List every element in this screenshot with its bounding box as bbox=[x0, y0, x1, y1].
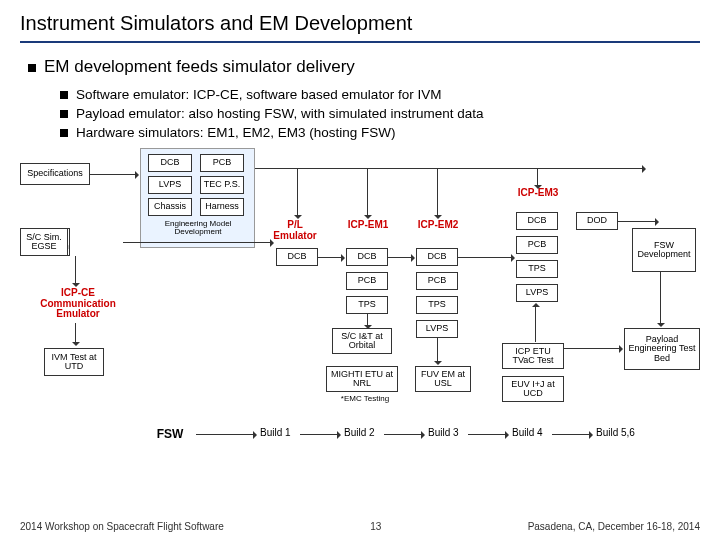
b56: Build 5,6 bbox=[596, 428, 635, 439]
bullet-2: Payload emulator: also hosting FSW, with… bbox=[60, 106, 700, 121]
arrow-spec-emd bbox=[90, 174, 138, 175]
emc-note: *EMC Testing bbox=[330, 395, 400, 403]
em3-pcb: PCB bbox=[516, 236, 558, 254]
payload-box: Payload Engineering Test Bed bbox=[624, 328, 700, 370]
footer-left: 2014 Workshop on Spacecraft Flight Softw… bbox=[20, 521, 224, 532]
slide-footer: 2014 Workshop on Spacecraft Flight Softw… bbox=[0, 521, 720, 532]
arrow-tvac-payload bbox=[564, 348, 622, 349]
arrow-em2-fuv bbox=[437, 338, 438, 364]
em2-tps: TPS bbox=[416, 296, 458, 314]
em2-lvps: LVPS bbox=[416, 320, 458, 338]
arrow-drop-pl bbox=[297, 168, 298, 218]
em3-dcb: DCB bbox=[516, 212, 558, 230]
arrow-em3-fsw bbox=[618, 221, 658, 222]
arrow-drop-em1 bbox=[367, 168, 368, 218]
fuv-box: FUV EM at USL bbox=[415, 366, 471, 392]
arrow-fsw-payload bbox=[660, 272, 661, 326]
emd-harness: Harness bbox=[200, 198, 244, 216]
arrow-b2 bbox=[300, 434, 340, 435]
arrow-b1 bbox=[196, 434, 256, 435]
b3: Build 3 bbox=[428, 428, 459, 439]
arrow-drop-em2 bbox=[437, 168, 438, 218]
footer-right: Pasadena, CA, December 16-18, 2014 bbox=[528, 521, 700, 532]
pl-dcb: DCB bbox=[276, 248, 318, 266]
emd-dcb: DCB bbox=[148, 154, 192, 172]
arrow-pl-em1 bbox=[318, 257, 344, 258]
euv-box: EUV I+J at UCD bbox=[502, 376, 564, 402]
emd-title: Engineering Model Development bbox=[148, 220, 248, 237]
slide-title: Instrument Simulators and EM Development bbox=[20, 12, 700, 43]
ivm-utd-box: IVM Test at UTD bbox=[44, 348, 104, 376]
em3-dod: DOD bbox=[576, 212, 618, 230]
em1-pcb: PCB bbox=[346, 272, 388, 290]
fsw-row-label: FSW bbox=[150, 428, 190, 441]
em3-tps: TPS bbox=[516, 260, 558, 278]
b2: Build 2 bbox=[344, 428, 375, 439]
emd-tec: TEC P.S. bbox=[200, 176, 244, 194]
tvac-box: ICP ETU TVaC Test bbox=[502, 343, 564, 369]
em1-tps: TPS bbox=[346, 296, 388, 314]
heading-text: EM development feeds simulator delivery bbox=[44, 57, 355, 76]
bullet-3: Hardware simulators: EM1, EM2, EM3 (host… bbox=[60, 125, 700, 140]
arrow-b56 bbox=[552, 434, 592, 435]
arrow-tvac-up bbox=[535, 304, 536, 342]
em2-dcb: DCB bbox=[416, 248, 458, 266]
footer-center: 13 bbox=[370, 521, 381, 532]
arrow-em1-sc bbox=[367, 314, 368, 328]
emd-lvps: LVPS bbox=[148, 176, 192, 194]
emd-pcb: PCB bbox=[200, 154, 244, 172]
flow-diagram: Specifications ITOS Workstation S/C Sim.… bbox=[20, 148, 700, 478]
main-heading: EM development feeds simulator delivery bbox=[28, 57, 700, 77]
arrow-em2-em3 bbox=[458, 257, 514, 258]
mighti-box: MIGHTI ETU at NRL bbox=[326, 366, 398, 392]
bullet-1: Software emulator: ICP-CE, software base… bbox=[60, 87, 700, 102]
b4: Build 4 bbox=[512, 428, 543, 439]
arrow-drop-em3 bbox=[537, 168, 538, 188]
arrow-em1-em2 bbox=[388, 257, 414, 258]
scsim-box: S/C Sim. EGSE bbox=[20, 228, 68, 256]
fsw-dev-box: FSW Development bbox=[632, 228, 696, 272]
sc-orbital-box: S/C I&T at Orbital bbox=[332, 328, 392, 354]
arrow-b3 bbox=[384, 434, 424, 435]
arrow-b4 bbox=[468, 434, 508, 435]
emd-chassis: Chassis bbox=[148, 198, 192, 216]
arrow-emd-right bbox=[255, 168, 645, 169]
pl-label: P/L Emulator bbox=[268, 220, 322, 241]
arrow-itos-pl bbox=[123, 242, 273, 243]
em1-dcb: DCB bbox=[346, 248, 388, 266]
spec-box: Specifications bbox=[20, 163, 90, 185]
em2-pcb: PCB bbox=[416, 272, 458, 290]
arrow-icpce-ivm bbox=[75, 323, 76, 345]
icp-ce-label: ICP-CE Communication Emulator bbox=[38, 288, 118, 320]
b1: Build 1 bbox=[260, 428, 291, 439]
arrow-itos-icpce bbox=[75, 256, 76, 286]
